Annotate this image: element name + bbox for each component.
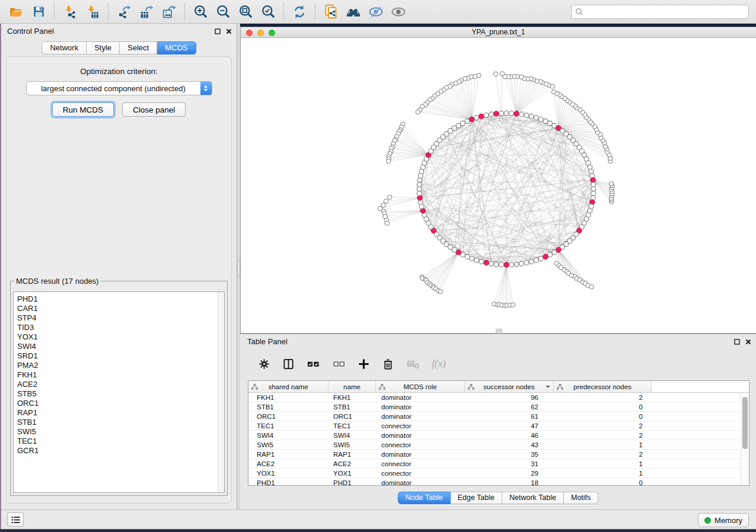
result-node-item[interactable]: SWI4 [17,342,224,351]
delete-table-icon[interactable] [406,358,420,370]
select-all-rows-icon[interactable] [307,358,321,370]
table-scrollbar-thumb[interactable] [742,397,748,449]
cell-name[interactable]: SWI4 [328,432,376,439]
horizontal-split-grip[interactable] [496,329,502,334]
cell-predecessor-nodes[interactable]: 2 [554,394,652,401]
column-visibility-icon[interactable] [282,358,295,370]
cell-name[interactable]: ACE2 [328,460,376,467]
export-network-button[interactable] [113,2,135,22]
export-image-button[interactable] [158,2,180,22]
refresh-button[interactable] [288,2,311,22]
result-node-item[interactable]: SRD1 [17,351,224,361]
window-close-button[interactable] [246,30,253,36]
table-row-SWI5[interactable]: SWI5SWI5connector431 [248,440,749,450]
cell-successor-nodes[interactable]: 31 [465,460,554,467]
open-session-button[interactable] [5,2,27,22]
import-network-button[interactable] [59,2,81,22]
cell-mcds-role[interactable]: dominator [376,394,465,401]
float-panel-icon[interactable] [734,339,740,345]
table-row-STB1[interactable]: STB1STB1dominator620 [248,402,749,412]
close-panel-button[interactable]: Close panel [122,102,186,117]
search-network-button[interactable] [342,2,365,22]
result-node-item[interactable]: FKH1 [17,370,224,380]
result-node-item[interactable]: ORC1 [17,399,224,408]
result-node-item[interactable]: YOX1 [17,332,224,342]
cell-name[interactable]: YOX1 [328,470,376,477]
cell-successor-nodes[interactable]: 29 [465,470,554,477]
cell-predecessor-nodes[interactable]: 0 [554,403,652,411]
cell-mcds-role[interactable]: dominator [376,451,465,458]
cell-mcds-role[interactable]: connector [376,470,465,477]
cell-name[interactable]: TEC1 [328,422,376,430]
cell-mcds-role[interactable]: connector [376,460,465,467]
cell-shared-name[interactable]: PHD1 [248,479,328,486]
window-minimize-button[interactable] [257,30,264,36]
cell-predecessor-nodes[interactable]: 2 [554,422,652,430]
cell-shared-name[interactable]: YOX1 [248,470,328,477]
column-header-predecessor-nodes[interactable]: predecessor nodes [554,381,652,392]
cell-name[interactable]: FKH1 [328,394,376,401]
cell-name[interactable]: RAP1 [328,451,376,458]
cell-successor-nodes[interactable]: 47 [465,422,554,430]
cell-mcds-role[interactable]: connector [376,441,465,448]
criterion-dropdown[interactable]: largest connected component (undirected) [26,81,212,95]
apply-function-icon[interactable]: f(x) [432,358,446,370]
table-row-YOX1[interactable]: YOX1YOX1connector291 [248,469,749,478]
cell-shared-name[interactable]: FKH1 [248,394,328,401]
zoom-in-button[interactable] [189,2,212,22]
cell-predecessor-nodes[interactable]: 1 [554,460,652,467]
float-panel-icon[interactable] [215,28,221,34]
zoom-fit-button[interactable] [234,2,257,22]
result-node-item[interactable]: PMA2 [17,361,224,370]
cell-shared-name[interactable]: SWI4 [248,432,328,439]
mcds-result-list[interactable]: PHD1CAR1STP4TID3YOX1SWI4SRD1PMA2FKH1ACE2… [13,291,225,493]
column-header-shared-name[interactable]: shared name [248,381,328,392]
table-row-PHD1[interactable]: PHD1PHD1dominator180 [248,478,749,486]
global-search-field[interactable] [571,5,749,19]
table-tab-node-table[interactable]: Node Table [398,492,451,504]
import-table-button[interactable] [81,2,104,22]
delete-columns-icon[interactable] [382,358,394,370]
cell-mcds-role[interactable]: connector [376,422,465,430]
show-panels-button[interactable] [7,512,24,527]
column-header-successor-nodes[interactable]: successor nodes [465,381,554,392]
column-header-name[interactable]: name [328,381,376,392]
close-panel-icon[interactable] [226,28,232,34]
column-header-mcds-role[interactable]: MCDS role [376,381,465,392]
close-panel-icon[interactable] [745,339,751,345]
table-tab-network-table[interactable]: Network Table [502,492,564,504]
table-tab-motifs[interactable]: Motifs [564,492,598,504]
table-row-RAP1[interactable]: RAP1RAP1dominator352 [248,450,749,459]
table-row-ACE2[interactable]: ACE2ACE2connector311 [248,459,749,469]
result-list-scrollbar[interactable] [218,292,224,492]
network-window-titlebar[interactable]: YPA_prune.txt_1 [241,27,756,38]
cell-shared-name[interactable]: TEC1 [248,422,328,430]
tab-network[interactable]: Network [42,41,87,55]
zoom-selected-button[interactable] [257,2,279,22]
tab-mcds[interactable]: MCDS [157,41,196,55]
result-node-item[interactable]: STB5 [17,389,224,399]
search-input[interactable] [583,7,745,17]
table-row-SWI4[interactable]: SWI4SWI4dominator462 [248,431,749,440]
cell-successor-nodes[interactable]: 35 [465,451,554,458]
cell-successor-nodes[interactable]: 96 [465,394,554,401]
result-node-item[interactable]: TID3 [17,323,224,332]
result-node-item[interactable]: GCR1 [17,446,224,456]
share-document-button[interactable] [320,2,342,22]
save-session-button[interactable] [27,2,50,22]
deselect-all-rows-icon[interactable] [333,358,346,370]
result-node-item[interactable]: SWI5 [17,427,224,437]
cell-mcds-role[interactable]: dominator [376,432,465,439]
table-row-ORC1[interactable]: ORC1ORC1dominator610 [248,412,749,421]
table-scrollbar[interactable] [741,393,749,485]
result-node-item[interactable]: PHD1 [17,294,224,304]
cell-successor-nodes[interactable]: 18 [465,479,554,486]
cell-successor-nodes[interactable]: 62 [465,403,554,411]
cell-shared-name[interactable]: SWI5 [248,441,328,448]
cell-name[interactable]: SWI5 [328,441,376,448]
cell-shared-name[interactable]: STB1 [248,403,328,411]
cell-predecessor-nodes[interactable]: 0 [554,413,652,420]
cell-predecessor-nodes[interactable]: 0 [554,479,652,486]
run-mcds-button[interactable]: Run MCDS [52,102,114,117]
table-row-TEC1[interactable]: TEC1TEC1connector472 [248,421,749,431]
